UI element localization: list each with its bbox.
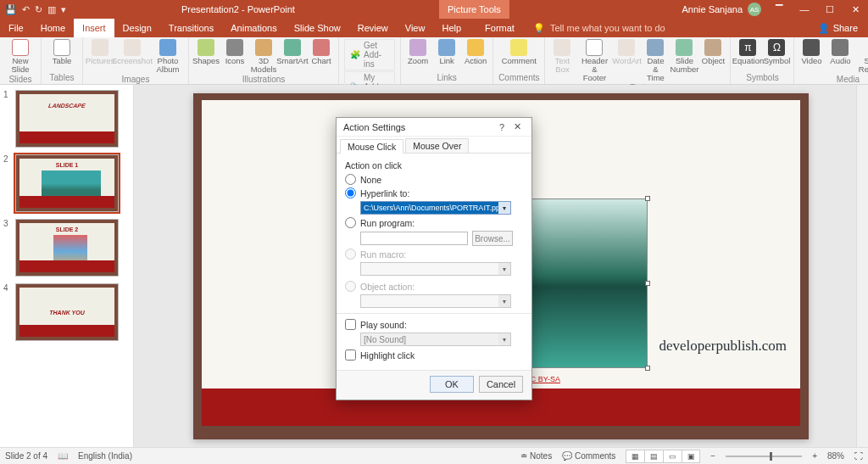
minimize-button[interactable]: — <box>792 0 817 19</box>
redo-icon[interactable]: ↻ <box>35 4 42 15</box>
slide-indicator[interactable]: Slide 2 of 4 <box>5 451 47 461</box>
quick-access-toolbar: 💾 ↶ ↻ ▥ ▾ <box>0 4 71 15</box>
screen-recording-button[interactable]: Screen Recording <box>857 39 868 74</box>
thumbnail-3[interactable]: SLIDE 2 <box>15 219 119 277</box>
vertical-scrollbar[interactable] <box>856 85 868 447</box>
spellcheck-icon[interactable]: 📖 <box>58 451 68 461</box>
tab-slideshow[interactable]: Slide Show <box>286 19 349 37</box>
comment-button[interactable]: Comment <box>504 39 534 65</box>
zoom-button[interactable]: Zoom <box>406 39 430 65</box>
radio-run-program[interactable] <box>345 217 356 228</box>
cancel-button[interactable]: Cancel <box>479 376 523 393</box>
chevron-down-icon[interactable]: ▾ <box>498 202 510 214</box>
account-area[interactable]: Annie Sanjana AS <box>682 3 766 16</box>
tab-insert[interactable]: Insert <box>74 19 114 37</box>
view-buttons: ▦ ▤ ▭ ▣ <box>626 450 700 463</box>
tab-animations[interactable]: Animations <box>222 19 285 37</box>
start-from-beginning-icon[interactable]: ▥ <box>47 4 56 15</box>
tab-file[interactable]: File <box>0 19 32 37</box>
dialog-close-button[interactable]: ✕ <box>509 121 525 132</box>
photo-album-button[interactable]: Photo Album <box>153 39 183 74</box>
object-action-combo: ▾ <box>360 294 511 308</box>
thumbnail-1[interactable]: LANDSCAPE <box>15 90 119 148</box>
radio-run-macro <box>345 249 356 260</box>
tab-design[interactable]: Design <box>114 19 160 37</box>
audio-button[interactable]: Audio <box>828 39 852 65</box>
tab-view[interactable]: View <box>397 19 434 37</box>
dialog-help-button[interactable]: ? <box>494 122 509 132</box>
browse-button[interactable]: Browse... <box>472 231 513 246</box>
tab-format[interactable]: Format <box>476 19 523 37</box>
ribbon-options-icon[interactable]: ▔ <box>766 0 792 19</box>
ok-button[interactable]: OK <box>430 376 474 393</box>
lightbulb-icon: 💡 <box>533 23 545 34</box>
tab-transitions[interactable]: Transitions <box>160 19 222 37</box>
object-button[interactable]: Object <box>701 39 725 65</box>
wordart-button[interactable]: WordArt <box>615 39 638 65</box>
video-button[interactable]: Video <box>799 39 823 65</box>
tab-mouse-click[interactable]: Mouse Click <box>340 139 403 154</box>
undo-icon[interactable]: ↶ <box>22 4 30 15</box>
zoom-out-button[interactable]: − <box>710 451 715 461</box>
fit-to-window-button[interactable]: ⛶ <box>854 451 863 461</box>
header-footer-button[interactable]: Header & Footer <box>579 39 609 82</box>
thumbnail-4[interactable]: THANK YOU <box>15 283 119 341</box>
sound-combo: [No Sound]▾ <box>360 333 511 346</box>
notes-button[interactable]: ≐ Notes <box>520 451 552 461</box>
slide-number-button[interactable]: Slide Number <box>672 39 696 74</box>
radio-hyperlink[interactable] <box>345 187 356 198</box>
save-icon[interactable]: 💾 <box>5 4 17 15</box>
close-button[interactable]: ✕ <box>843 0 868 19</box>
dialog-title: Action Settings <box>343 122 405 132</box>
shapes-button[interactable]: Shapes <box>194 39 218 65</box>
comments-button[interactable]: 💬 Comments <box>562 451 615 461</box>
run-macro-combo: ▾ <box>360 262 511 276</box>
link-button[interactable]: Link <box>435 39 459 65</box>
store-icon: 🧩 <box>350 50 360 59</box>
language-indicator[interactable]: English (India) <box>78 451 132 461</box>
pictures-button[interactable]: Pictures <box>88 39 112 65</box>
textbox-button[interactable]: Text Box <box>550 39 574 74</box>
sorter-view-button[interactable]: ▤ <box>644 450 663 463</box>
document-title: Presentation2 - PowerPoint <box>181 4 295 14</box>
slide-thumbnails: 1 LANDSCAPE 2 SLIDE 1 3 SLIDE 2 4 THANK … <box>0 85 134 447</box>
tab-help[interactable]: Help <box>433 19 470 37</box>
action-button[interactable]: Action <box>464 39 487 65</box>
thumbnail-2[interactable]: SLIDE 1 <box>15 154 119 212</box>
status-bar: Slide 2 of 4 📖 English (India) ≐ Notes 💬… <box>0 447 868 464</box>
qat-more-icon[interactable]: ▾ <box>61 4 66 15</box>
slideshow-view-button[interactable]: ▣ <box>682 450 700 463</box>
maximize-button[interactable]: ☐ <box>817 0 843 19</box>
tell-me-search[interactable]: 💡 Tell me what you want to do <box>523 19 808 37</box>
date-time-button[interactable]: Date & Time <box>643 39 667 82</box>
ribbon-tabs: File Home Insert Design Transitions Anim… <box>0 19 868 37</box>
zoom-level[interactable]: 88% <box>827 451 844 461</box>
checkbox-play-sound[interactable] <box>345 319 356 330</box>
smartart-button[interactable]: SmartArt <box>281 39 304 65</box>
group-action-on-click: Action on click <box>345 160 523 171</box>
new-slide-button[interactable]: New Slide <box>5 39 36 74</box>
reading-view-button[interactable]: ▭ <box>663 450 682 463</box>
hyperlink-combobox[interactable]: C:\Users\Ann\Documents\PORTRAIT.pptx#POR… <box>360 201 511 215</box>
title-bar: 💾 ↶ ↻ ▥ ▾ Presentation2 - PowerPoint Pic… <box>0 0 868 19</box>
user-name: Annie Sanjana <box>682 4 743 14</box>
run-program-input[interactable] <box>360 232 468 245</box>
symbol-button[interactable]: ΩSymbol <box>765 39 788 65</box>
tab-review[interactable]: Review <box>349 19 397 37</box>
tab-mouse-over[interactable]: Mouse Over <box>405 138 469 153</box>
screenshot-button[interactable]: Screenshot <box>117 39 147 65</box>
3d-models-button[interactable]: 3D Models <box>252 39 275 74</box>
icons-button[interactable]: Icons <box>223 39 247 65</box>
zoom-slider[interactable] <box>726 456 802 457</box>
normal-view-button[interactable]: ▦ <box>626 450 644 463</box>
checkbox-highlight-click[interactable] <box>345 349 356 361</box>
radio-none[interactable] <box>345 174 356 185</box>
chart-button[interactable]: Chart <box>309 39 333 65</box>
zoom-in-button[interactable]: + <box>812 451 817 461</box>
table-button[interactable]: Table <box>47 39 77 65</box>
equation-button[interactable]: πEquation <box>736 39 760 65</box>
watermark: developerpublish.com <box>659 338 787 355</box>
share-button[interactable]: 👤 Share <box>808 19 868 37</box>
avatar: AS <box>748 3 761 16</box>
tab-home[interactable]: Home <box>32 19 74 37</box>
